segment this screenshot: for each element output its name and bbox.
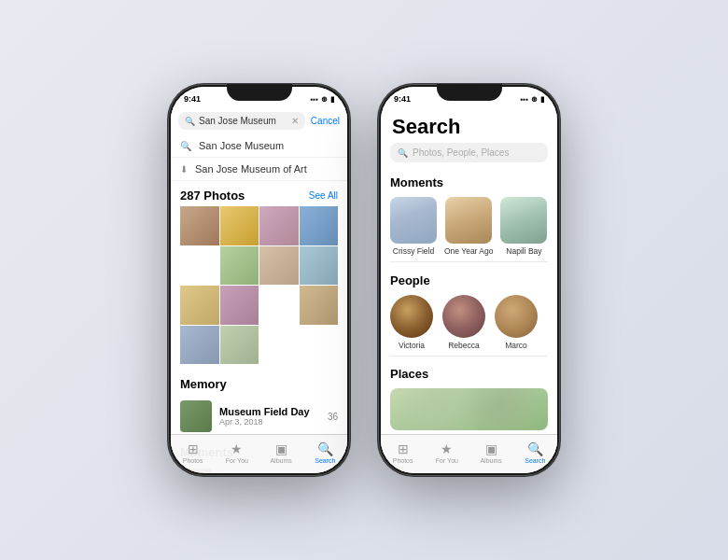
tab-foryou-label-left: For You <box>226 457 248 464</box>
right-phone: 9:41 ▪▪▪ ⊛ ▮ Search 🔍 Photos, People, Pl… <box>378 84 560 476</box>
tab-search-label-right: Search <box>525 457 545 464</box>
photo-cell-9[interactable] <box>220 286 259 325</box>
suggestion-text-2: San Jose Museum of Art <box>195 163 307 175</box>
memory-section-header: Memory <box>171 370 347 395</box>
places-title: Places <box>390 367 428 381</box>
moment-card-1[interactable]: Crissy Field <box>390 197 437 256</box>
person-card-1[interactable]: Victoria <box>390 295 433 350</box>
status-icons-right: ▪▪▪ ⊛ ▮ <box>520 95 544 104</box>
tab-albums-icon-left: ▣ <box>275 441 287 456</box>
tab-foryou-icon-right: ★ <box>441 441 453 456</box>
tab-bar-left: ⊞ Photos ★ For You ▣ Albums 🔍 Search <box>171 434 347 473</box>
battery-icon-right: ▮ <box>540 95 544 104</box>
photo-cell-10[interactable] <box>300 286 339 325</box>
search-bar-static[interactable]: 🔍 Photos, People, Places <box>390 143 548 162</box>
tab-search-icon-left: 🔍 <box>317 441 333 456</box>
tab-foryou-label-right: For You <box>436 457 458 464</box>
divider-1 <box>390 261 548 262</box>
photo-cell-12[interactable] <box>220 326 259 365</box>
cancel-button[interactable]: Cancel <box>311 116 340 126</box>
places-map-thumb[interactable] <box>390 388 548 430</box>
suggestion-text-1: San Jose Museum <box>199 140 284 151</box>
photo-cell-6[interactable] <box>259 246 299 286</box>
suggestion-search-icon-1: 🔍 <box>180 141 191 151</box>
photo-cell-2[interactable] <box>220 206 259 245</box>
tab-photos-right[interactable]: ⊞ Photos <box>381 441 425 464</box>
tab-albums-right[interactable]: ▣ Albums <box>469 441 513 464</box>
tab-search-label-left: Search <box>315 457 335 464</box>
tab-photos-label-right: Photos <box>393 457 413 464</box>
person-name-3: Marco <box>505 341 527 350</box>
photo-cell-7[interactable] <box>300 246 339 286</box>
photo-cell-1[interactable] <box>180 206 219 245</box>
moment-card-3[interactable]: Napili Bay <box>500 197 547 256</box>
moment-thumb-1 <box>390 197 437 244</box>
search-icon-left: 🔍 <box>185 117 195 126</box>
wifi-icon-right: ⊛ <box>531 95 538 104</box>
memory-item-title: Museum Field Day <box>219 406 320 417</box>
tab-foryou-icon-left: ★ <box>231 441 243 456</box>
search-input-wrap[interactable]: 🔍 San Jose Museum ✕ <box>178 112 305 130</box>
tab-photos-icon-left: ⊞ <box>188 441 199 456</box>
tab-bar-right: ⊞ Photos ★ For You ▣ Albums 🔍 Search <box>381 434 557 473</box>
moment-thumb-3 <box>500 197 547 244</box>
photo-cell-3[interactable] <box>259 206 299 245</box>
memory-title: Memory <box>180 377 227 391</box>
tab-foryou-right[interactable]: ★ For You <box>425 441 469 464</box>
people-section-header: People <box>381 266 557 291</box>
people-row: Victoria Rebecca Marco <box>381 291 557 356</box>
notch-right <box>437 84 502 101</box>
notch-left <box>227 84 292 101</box>
battery-icon: ▮ <box>330 95 334 104</box>
tab-photos-label-left: Photos <box>183 457 203 464</box>
tab-albums-label-left: Albums <box>270 457 291 464</box>
photo-cell-5[interactable] <box>220 246 259 286</box>
memory-info: Museum Field Day Apr 3, 2018 <box>219 406 320 427</box>
search-bar-row: 🔍 San Jose Museum ✕ Cancel <box>171 107 347 134</box>
screen-left: 🔍 San Jose Museum ✕ Cancel 🔍 San Jose Mu… <box>171 107 347 473</box>
moment-label-3: Napili Bay <box>506 246 541 256</box>
photos-section-header: 287 Photos See All <box>171 181 347 206</box>
places-map-inner <box>390 388 548 430</box>
screen-right: Search 🔍 Photos, People, Places Moments … <box>381 107 557 473</box>
moments-section-header-right: Moments <box>381 168 557 193</box>
status-time-right: 9:41 <box>394 94 411 104</box>
memory-item-count: 36 <box>328 412 338 422</box>
memory-item[interactable]: Museum Field Day Apr 3, 2018 36 <box>171 395 347 438</box>
tab-foryou-left[interactable]: ★ For You <box>215 441 259 464</box>
person-card-2[interactable]: Rebecca <box>442 295 485 350</box>
suggestion-item-1[interactable]: 🔍 San Jose Museum <box>171 134 347 158</box>
tab-search-left[interactable]: 🔍 Search <box>303 441 347 464</box>
signal-icon-right: ▪▪▪ <box>520 95 528 104</box>
person-name-2: Rebecca <box>448 341 480 350</box>
photo-cell-8[interactable] <box>180 286 219 325</box>
search-value-left: San Jose Museum <box>199 116 287 126</box>
photo-cell-11[interactable] <box>180 326 219 365</box>
person-avatar-2 <box>442 295 485 338</box>
moment-label-1: Crissy Field <box>393 246 434 256</box>
tab-photos-left[interactable]: ⊞ Photos <box>171 441 215 464</box>
moment-card-2[interactable]: One Year Ago <box>444 197 493 256</box>
places-section-header: Places <box>381 359 557 385</box>
tab-albums-label-right: Albums <box>480 457 501 464</box>
left-phone: 9:41 ▪▪▪ ⊛ ▮ 🔍 San Jose Museum ✕ Cancel … <box>168 84 350 476</box>
search-clear-icon[interactable]: ✕ <box>291 116 299 126</box>
moments-row: Crissy Field One Year Ago Napili Bay <box>381 193 557 261</box>
people-title: People <box>390 273 430 287</box>
wifi-icon: ⊛ <box>321 95 328 104</box>
suggestion-item-2[interactable]: ⬇ San Jose Museum of Art <box>171 158 347 181</box>
memory-item-date: Apr 3, 2018 <box>219 417 320 427</box>
status-time-left: 9:41 <box>184 94 201 104</box>
search-page-title: Search <box>381 107 557 143</box>
tab-albums-left[interactable]: ▣ Albums <box>259 441 303 464</box>
tab-search-icon-right: 🔍 <box>527 441 543 456</box>
photo-grid <box>180 206 338 364</box>
person-avatar-1 <box>390 295 433 338</box>
search-icon-right: 🔍 <box>398 148 408 158</box>
moment-thumb-2 <box>445 197 492 244</box>
divider-2 <box>390 356 548 357</box>
photo-cell-4[interactable] <box>300 206 339 245</box>
tab-search-right[interactable]: 🔍 Search <box>513 441 557 464</box>
photos-see-all[interactable]: See All <box>309 190 338 201</box>
person-card-3[interactable]: Marco <box>495 295 538 350</box>
